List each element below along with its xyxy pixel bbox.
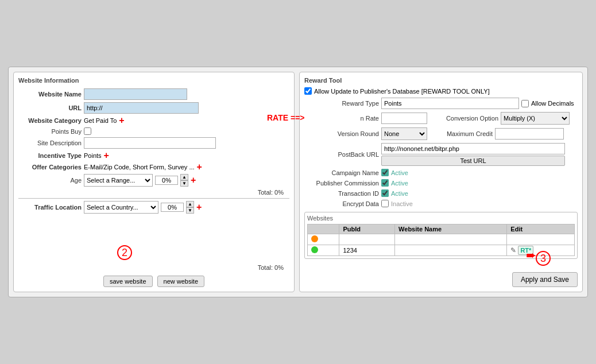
- pubid-cell: 1234: [339, 245, 395, 256]
- website-name-row: Website Name: [18, 88, 289, 100]
- traffic-spacer: [18, 216, 289, 262]
- edit-cell[interactable]: ✎ RT*: [507, 245, 575, 256]
- category-value: Get Paid To: [84, 117, 117, 124]
- websites-section: Websites PubId Website Name Edit: [304, 212, 578, 259]
- col-edit: Edit: [507, 224, 575, 234]
- rt-icon[interactable]: RT*: [518, 246, 533, 255]
- conversion-option-select[interactable]: Multiply (X): [501, 112, 570, 125]
- publisher-commission-checkbox[interactable]: [381, 179, 389, 187]
- save-website-button[interactable]: save website: [103, 276, 153, 287]
- col-pubid: PubId: [339, 224, 395, 234]
- left-panel: Website Information Website Name URL Web…: [13, 72, 295, 292]
- campaign-name-label: Campaign Name: [304, 169, 379, 176]
- age-spinner[interactable]: ▲ ▼: [180, 174, 188, 187]
- category-plus-btn[interactable]: +: [119, 116, 124, 125]
- main-container: Website Information Website Name URL Web…: [8, 67, 588, 297]
- incentive-type-label: Incentive Type: [18, 152, 82, 159]
- offer-plus-btn[interactable]: +: [197, 162, 202, 172]
- points-buy-checkbox[interactable]: [84, 127, 91, 135]
- apply-save-button[interactable]: Apply and Save: [512, 272, 578, 287]
- age-total: Total: 0%: [18, 189, 289, 196]
- websites-table: PubId Website Name Edit 1234: [307, 224, 575, 256]
- traffic-select[interactable]: Select a Country...: [84, 201, 158, 214]
- postback-url-row: PostBack URL Test URL: [304, 143, 578, 166]
- version-round-label: Version Round: [304, 130, 379, 137]
- site-desc-row: Site Description: [18, 137, 289, 149]
- col-website-name: Website Name: [395, 224, 507, 234]
- encrypt-data-label: Encrypt Data: [304, 200, 379, 207]
- age-spinner-up[interactable]: ▲: [180, 174, 188, 180]
- traffic-total: Total: 0%: [18, 264, 289, 271]
- bottom-buttons: save website new website: [18, 276, 289, 287]
- traffic-spinner-up[interactable]: ▲: [186, 201, 194, 207]
- new-website-button[interactable]: new website: [157, 276, 205, 287]
- divider1: [18, 198, 289, 199]
- dot-cell: [308, 234, 339, 245]
- allow-decimals-label: Allow Decimals: [531, 100, 574, 107]
- points-buy-label: Points Buy: [18, 128, 82, 135]
- campaign-name-row: Campaign Name Active: [304, 169, 578, 176]
- traffic-spinner-down[interactable]: ▼: [186, 207, 194, 214]
- allow-decimals-checkbox[interactable]: [521, 100, 529, 107]
- encrypt-data-checkbox[interactable]: [381, 200, 389, 207]
- transaction-id-row: Transaction ID Active: [304, 189, 578, 197]
- incentive-plus-btn[interactable]: +: [104, 151, 109, 160]
- transaction-id-checkbox[interactable]: [381, 189, 389, 197]
- points-buy-row: Points Buy: [18, 127, 289, 135]
- publisher-commission-status: Active: [391, 180, 408, 187]
- site-desc-input[interactable]: [84, 137, 216, 149]
- incentive-type-row: Incentive Type Points +: [18, 151, 289, 160]
- left-section-title: Website Information: [18, 77, 289, 85]
- traffic-plus-btn[interactable]: +: [196, 203, 202, 212]
- offer-categories-label: Offer Categories: [18, 164, 82, 171]
- offer-categories-row: Offer Categories E-Mail/Zip Code, Short …: [18, 162, 289, 172]
- age-percent-input[interactable]: [155, 176, 178, 185]
- edit-cell: [507, 234, 575, 245]
- category-row: Website Category Get Paid To +: [18, 116, 289, 125]
- age-plus-btn[interactable]: +: [191, 176, 196, 185]
- url-row: URL: [18, 102, 289, 114]
- age-spinner-down[interactable]: ▼: [180, 180, 188, 187]
- website-name-cell: [395, 245, 507, 256]
- version-round-row: Version Round None Maximum Credit: [304, 127, 578, 140]
- table-row: [308, 234, 575, 245]
- website-name-cell: [395, 234, 507, 245]
- site-desc-label: Site Description: [18, 140, 82, 146]
- allow-update-checkbox[interactable]: [304, 87, 312, 95]
- rate-row: RATE ==> n Rate Conversion Option Multip…: [304, 112, 578, 125]
- websites-title: Websites: [307, 215, 575, 222]
- maximum-credit-input[interactable]: [495, 128, 564, 140]
- incentive-type-value: Points: [84, 152, 102, 159]
- conversion-option-label: Conversion Option: [429, 115, 498, 122]
- website-name-input[interactable]: [84, 88, 187, 100]
- reward-type-label: Reward Type: [304, 100, 379, 107]
- orange-dot-icon: [311, 235, 318, 242]
- dot-cell: [308, 245, 339, 256]
- campaign-name-checkbox[interactable]: [381, 169, 389, 176]
- allow-update-row: Allow Update to Publisher's Database [RE…: [304, 87, 578, 95]
- category-label: Website Category: [18, 117, 82, 124]
- rate-input[interactable]: [381, 113, 427, 124]
- traffic-percent-input[interactable]: [161, 203, 184, 212]
- website-name-label: Website Name: [18, 91, 82, 98]
- col-dot: [308, 224, 339, 234]
- campaign-name-status: Active: [391, 169, 408, 176]
- version-round-select[interactable]: None: [381, 127, 427, 140]
- encrypt-data-row: Encrypt Data Inactive: [304, 200, 578, 207]
- rate-label: n Rate: [304, 115, 379, 122]
- age-select[interactable]: Select a Range...: [84, 174, 153, 187]
- url-input[interactable]: [84, 102, 199, 114]
- reward-type-input[interactable]: [381, 98, 519, 109]
- traffic-label: Traffic Location: [18, 204, 82, 211]
- allow-decimals-group: Allow Decimals: [521, 100, 574, 107]
- traffic-spinner[interactable]: ▲ ▼: [186, 201, 194, 214]
- transaction-id-label: Transaction ID: [304, 190, 379, 197]
- allow-update-label: Allow Update to Publisher's Database [RE…: [314, 88, 490, 95]
- postback-url-input[interactable]: [381, 143, 565, 154]
- reward-tool-title: Reward Tool: [304, 77, 578, 84]
- postback-url-label: PostBack URL: [304, 151, 379, 158]
- test-url-button[interactable]: Test URL: [381, 156, 565, 166]
- pubid-cell: [339, 234, 395, 245]
- age-label: Age: [18, 177, 82, 184]
- edit-pencil-icon[interactable]: ✎: [510, 246, 516, 254]
